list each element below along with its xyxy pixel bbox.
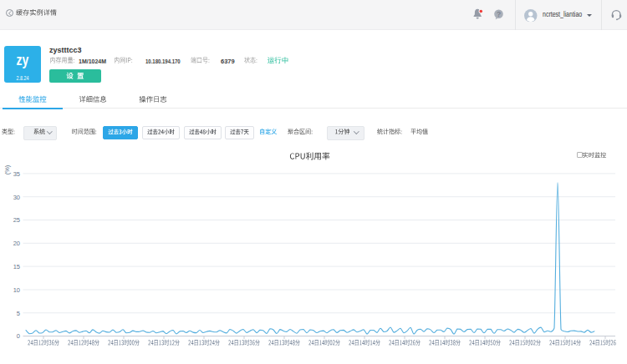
svg-text:30: 30 bbox=[13, 194, 20, 201]
svg-text:20: 20 bbox=[13, 240, 20, 247]
svg-text:10: 10 bbox=[13, 286, 20, 294]
svg-text:5: 5 bbox=[17, 310, 20, 317]
svg-text:25: 25 bbox=[13, 216, 20, 224]
svg-text:(%): (%) bbox=[3, 164, 11, 174]
svg-text:15: 15 bbox=[13, 263, 20, 270]
svg-text:35: 35 bbox=[13, 170, 20, 178]
svg-text:0: 0 bbox=[17, 332, 20, 340]
